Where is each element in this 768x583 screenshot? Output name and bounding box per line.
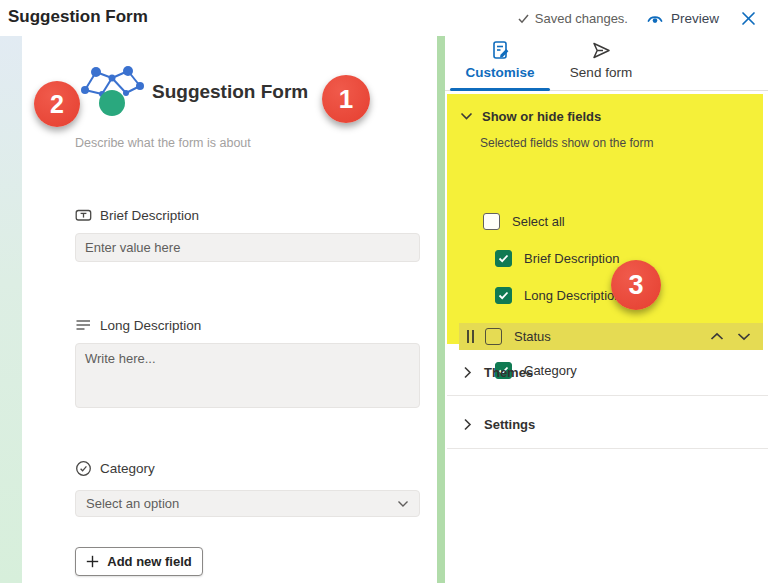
active-tab-indicator [450,88,550,91]
panel-tabs: Customise Send form [445,36,768,91]
form-canvas: Suggestion Form Describe what the form i… [22,36,437,583]
chevron-up-icon [710,332,724,341]
brief-description-input[interactable] [75,233,420,262]
field-checkbox-label: Long Description [524,288,622,303]
saved-status-text: Saved changes. [535,11,628,26]
app-window: Suggestion Form Saved changes. Preview [0,0,768,583]
field-label-text: Long Description [100,318,201,333]
move-up-button[interactable] [708,330,726,343]
tab-customise[interactable]: Customise [450,40,550,80]
check-icon [517,12,530,25]
customise-form-icon [490,40,511,61]
category-select[interactable]: Select an option [75,490,420,517]
close-icon [741,11,756,26]
panel-divider-strip [437,36,445,583]
chevron-down-icon [460,112,473,121]
long-description-textarea[interactable] [75,343,420,408]
form-description-field[interactable]: Describe what the form is about [75,136,251,150]
send-icon [591,40,612,61]
choice-icon [75,460,92,477]
select-all-label: Select all [512,214,565,229]
tab-customise-label: Customise [465,65,534,80]
settings-panel: Customise Send form Show or hide fields … [445,36,768,583]
long-description-checkbox[interactable] [495,287,512,304]
plus-icon [86,555,99,568]
field-label-long-description: Long Description [75,317,201,333]
themes-section-label: Themes [484,365,533,380]
annotation-badge-1: 1 [322,75,370,123]
chevron-down-icon [737,332,751,341]
close-button[interactable] [737,9,760,28]
form-logo[interactable] [80,60,146,118]
form-title[interactable]: Suggestion Form [152,81,308,103]
status-checkbox[interactable] [485,328,502,345]
show-hide-fields-section: Show or hide fields Selected fields show… [447,94,763,344]
check-icon [498,291,509,300]
chevron-down-icon [397,500,409,508]
field-label-text: Category [100,461,155,476]
field-label-brief-description: Brief Description [75,207,199,223]
brief-description-checkbox[interactable] [495,250,512,267]
top-bar: Suggestion Form Saved changes. Preview [0,0,768,36]
themes-section-header[interactable]: Themes [445,359,768,385]
field-checkbox-row-status[interactable]: Status [459,323,763,350]
page-title: Suggestion Form [8,7,148,27]
divider [447,395,768,396]
top-bar-actions: Saved changes. Preview [517,0,760,36]
divider [447,448,768,449]
category-select-value: Select an option [86,496,179,511]
show-hide-fields-header[interactable]: Show or hide fields [460,109,601,124]
preview-eye-icon [646,10,664,26]
select-all-checkbox-row[interactable]: Select all [483,213,565,230]
preview-label: Preview [671,11,719,26]
chevron-right-icon [463,366,472,379]
page-background-strip [0,36,22,583]
drag-handle-icon[interactable] [467,330,474,343]
field-checkbox-label: Status [514,329,551,344]
field-label-text: Brief Description [100,208,199,223]
chevron-right-icon [463,418,472,431]
annotation-badge-3: 3 [611,260,661,310]
show-hide-fields-subtitle: Selected fields show on the form [480,136,653,150]
select-all-checkbox[interactable] [483,213,500,230]
move-down-button[interactable] [735,330,753,343]
reorder-controls [708,330,763,343]
network-logo-icon [80,60,146,118]
add-new-field-button[interactable]: Add new field [75,547,203,576]
settings-section-label: Settings [484,417,535,432]
preview-button[interactable]: Preview [646,10,719,26]
tab-send-form-label: Send form [570,65,632,80]
field-checkbox-row-long-description[interactable]: Long Description [495,287,622,304]
tab-send-form[interactable]: Send form [553,40,649,80]
add-new-field-label: Add new field [107,554,192,569]
check-icon [498,254,509,263]
saved-status: Saved changes. [517,11,628,26]
field-checkbox-label: Brief Description [524,251,619,266]
multiline-text-icon [75,317,92,333]
show-hide-fields-title: Show or hide fields [482,109,601,124]
field-label-category: Category [75,460,155,477]
annotation-badge-2: 2 [34,81,80,127]
text-field-icon [75,207,92,223]
field-checkbox-row-brief-description[interactable]: Brief Description [495,250,619,267]
settings-section-header[interactable]: Settings [445,411,768,437]
